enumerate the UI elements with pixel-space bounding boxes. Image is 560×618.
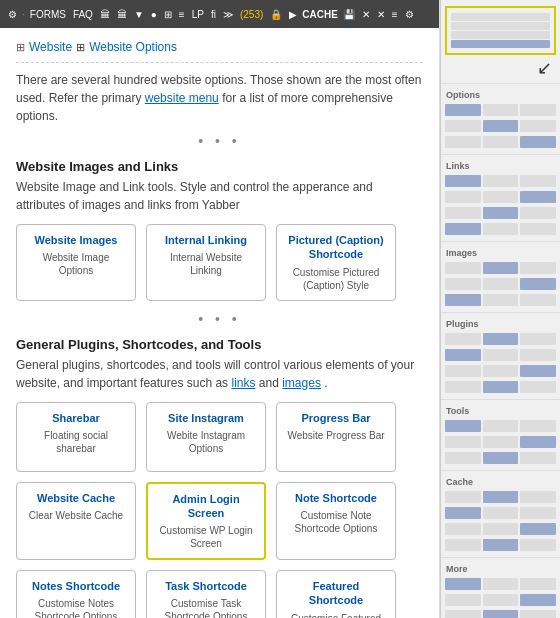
images-link[interactable]: images [282, 376, 321, 390]
grid-toolbar-icon[interactable]: ⊞ [162, 8, 174, 21]
sidebar-block-4-2-a [445, 349, 481, 361]
sidebar-block-7-1-c [520, 578, 556, 590]
card-notes-shortcode-title: Notes Shortcode [25, 579, 127, 593]
breadcrumb-options-link[interactable]: Website Options [89, 40, 177, 54]
card-sharebar[interactable]: Sharebar Floating social sharebar [16, 402, 136, 472]
sidebar-block-sm-2 [451, 22, 550, 30]
sidebar-block-7-2-a [445, 594, 481, 606]
website-menu-link[interactable]: website menu [145, 91, 219, 105]
seo-toolbar-link[interactable]: 🏛 [115, 8, 129, 21]
card-note-shortcode[interactable]: Note Shortcode Customise Note Shortcode … [276, 482, 396, 561]
sidebar-block-6-1-a [445, 491, 481, 503]
card-website-cache[interactable]: Website Cache Clear Website Cache [16, 482, 136, 561]
sidebar-row-6-1 [441, 489, 560, 505]
sidebar-block-2-3-c [520, 207, 556, 219]
card-featured-shortcode[interactable]: Featured Shortcode Customise Featured [276, 570, 396, 618]
sidebar-block-7-1-a [445, 578, 481, 590]
sidebar-block-6-4-c [520, 539, 556, 551]
sidebar-section-3: Images [441, 242, 560, 313]
toolbar: ⚙ · FORMS FAQ 🏛 🏛 ▼ ● ⊞ ≡ LP fi ≫ (253) … [0, 0, 439, 28]
sidebar-block-1-2-a [445, 120, 481, 132]
card-site-instagram-title: Site Instagram [155, 411, 257, 425]
sidebar-block-5-2-c [520, 436, 556, 448]
sidebar-section-5-title: Tools [441, 404, 560, 418]
sidebar-block-5-3-c [520, 452, 556, 464]
dropdown-toolbar-icon[interactable]: ▼ [132, 8, 146, 21]
card-notes-shortcode[interactable]: Notes Shortcode Customise Notes Shortcod… [16, 570, 136, 618]
sidebar-block-2-1-c [520, 175, 556, 187]
sidebar-block-1-3-a [445, 136, 481, 148]
sidebar-block-1-1-c [520, 104, 556, 116]
sidebar-block-5-3-b [483, 452, 519, 464]
dot-toolbar-icon: ● [149, 8, 159, 21]
card-task-shortcode[interactable]: Task Shortcode Customise Task Shortcode … [146, 570, 266, 618]
sidebar-block-6-3-a [445, 523, 481, 535]
list-toolbar-icon[interactable]: ≡ [177, 8, 187, 21]
count-toolbar-badge[interactable]: (253) [238, 8, 265, 21]
sidebar-row-2-4 [441, 221, 560, 237]
card-progress-bar[interactable]: Progress Bar Website Progress Bar [276, 402, 396, 472]
lock-toolbar-icon[interactable]: 🔒 [268, 8, 284, 21]
sidebar-block-sm-1 [451, 13, 550, 21]
sidebar-block-3-3-c [520, 294, 556, 306]
breadcrumb: ⊞ Website ⊞ Website Options [16, 40, 423, 54]
settings-toolbar-icon[interactable]: ⚙ [6, 8, 19, 21]
close-toolbar-icon[interactable]: ✕ [360, 8, 372, 21]
sidebar-block-2-2-b [483, 191, 519, 203]
card-admin-login-desc: Customise WP Login Screen [156, 524, 256, 550]
save-toolbar-icon[interactable]: 💾 [341, 8, 357, 21]
cache-toolbar-label[interactable]: CACHE [302, 9, 338, 20]
sidebar-block-4-3-c [520, 365, 556, 377]
sidebar-row-7-2 [441, 592, 560, 608]
sidebar-section-1-title: Options [441, 88, 560, 102]
sidebar-row-1-2 [441, 118, 560, 134]
card-website-images[interactable]: Website Images Website Image Options [16, 224, 136, 301]
card-progress-bar-desc: Website Progress Bar [285, 429, 387, 442]
card-admin-login-title: Admin Login Screen [156, 492, 256, 521]
double-arrow-toolbar[interactable]: ≫ [221, 8, 235, 21]
intro-description: There are several hundred website option… [16, 71, 423, 125]
card-admin-login[interactable]: Admin Login Screen Customise WP Login Sc… [146, 482, 266, 561]
sidebar-block-7-3-c [520, 610, 556, 618]
menu-toolbar-icon[interactable]: ≡ [390, 8, 400, 21]
card-internal-linking[interactable]: Internal Linking Internal Website Linkin… [146, 224, 266, 301]
sidebar-section-6-title: Cache [441, 475, 560, 489]
fi-toolbar-link[interactable]: fi [209, 8, 218, 21]
sidebar-section-top: ↙ [441, 0, 560, 84]
sidebar-block-4-3-a [445, 365, 481, 377]
card-note-shortcode-desc: Customise Note Shortcode Options [285, 509, 387, 535]
close2-toolbar-icon[interactable]: ✕ [375, 8, 387, 21]
sidebar-block-6-1-c [520, 491, 556, 503]
card-pictured-shortcode[interactable]: Pictured (Caption) Shortcode Customise P… [276, 224, 396, 301]
links-link[interactable]: links [231, 376, 255, 390]
sidebar-block-3-2-c [520, 278, 556, 290]
lp-toolbar-link[interactable]: LP [190, 8, 206, 21]
sidebar-section-2: Links [441, 155, 560, 242]
breadcrumb-website-link[interactable]: Website [29, 40, 72, 54]
sidebar-block-4-1-c [520, 333, 556, 345]
card-site-instagram[interactable]: Site Instagram Webite Instagram Options [146, 402, 266, 472]
sidebar-highlighted-block [445, 6, 556, 55]
sidebar-block-7-3-a [445, 610, 481, 618]
sidebar-row-1-3 [441, 134, 560, 150]
breadcrumb-separator: ⊞ [76, 41, 85, 54]
sidebar-block-4-2-c [520, 349, 556, 361]
archive-toolbar-icon[interactable]: 🏛 [98, 8, 112, 21]
sidebar-block-1-2-c [520, 120, 556, 132]
faq-toolbar-link[interactable]: FAQ [71, 8, 95, 21]
card-pictured-shortcode-title: Pictured (Caption) Shortcode [285, 233, 387, 262]
card-site-instagram-desc: Webite Instagram Options [155, 429, 257, 455]
forms-toolbar-link[interactable]: FORMS [28, 8, 68, 21]
play-toolbar-icon[interactable]: ▶ [287, 8, 299, 21]
sidebar-block-5-2-b [483, 436, 519, 448]
sidebar-block-4-1-a [445, 333, 481, 345]
sidebar-block-4-4-a [445, 381, 481, 393]
sidebar-row-3-1 [441, 260, 560, 276]
card-notes-shortcode-desc: Customise Notes Shortcode Options [25, 597, 127, 618]
sidebar-block-3-2-b [483, 278, 519, 290]
sidebar-block-2-4-a [445, 223, 481, 235]
sidebar-block-4-1-b [483, 333, 519, 345]
sidebar-block-5-2-a [445, 436, 481, 448]
sidebar-block-4-2-b [483, 349, 519, 361]
gear2-toolbar-icon[interactable]: ⚙ [403, 8, 416, 21]
